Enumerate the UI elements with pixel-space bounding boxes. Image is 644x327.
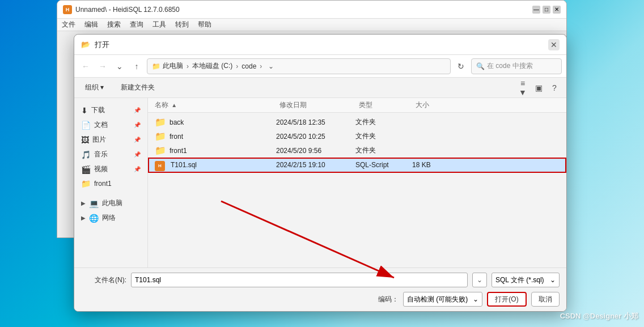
watermark: CSDN @Designer 小郑 [560,311,638,321]
dialog-content: ⬇ 下载 📌 📄 文档 📌 🖼 图片 📌 🎵 音乐 📌 🎬 视频 [74,98,566,267]
cancel-button[interactable]: 取消 [531,292,560,307]
dialog-titlebar: 📂 打开 ✕ [74,35,566,55]
sidebar-videos-label: 视频 [94,164,108,174]
refresh-button[interactable]: ↻ [454,60,468,73]
col-size-header[interactable]: 大小 [416,100,461,110]
file-date-t101sql: 2024/2/15 19:10 [276,161,355,169]
dialog-toolbar: 组织 ▾ 新建文件夹 ≡ ▼ ▣ ? [74,78,566,98]
file-row-front1[interactable]: 📁 front1 2024/5/20 9:56 文件夹 [148,143,566,158]
documents-icon: 📄 [81,121,91,130]
file-type-front: 文件夹 [355,131,412,141]
file-row-front[interactable]: 📁 front 2024/5/20 10:25 文件夹 [148,129,566,143]
sidebar-item-network[interactable]: ▶ 🌐 网络 [77,211,145,225]
maximize-btn[interactable]: □ [543,6,550,14]
file-type-back: 文件夹 [355,117,412,127]
menu-tools[interactable]: 工具 [152,20,166,29]
bg-window-controls: — □ ✕ [532,6,561,14]
sidebar-item-documents[interactable]: 📄 文档 📌 [77,118,145,132]
col-date-header[interactable]: 修改日期 [279,100,359,110]
sidebar-network-label: 网络 [102,213,116,223]
filename-dropdown[interactable]: ⌄ [472,273,487,287]
file-size-t101sql: 18 KB [412,161,457,169]
search-icon: 🔍 [476,62,485,70]
file-list-header: 名称 ▲ 修改日期 类型 大小 [148,98,566,113]
sql-file-icon: H [155,159,165,171]
menu-help[interactable]: 帮助 [198,20,211,29]
menu-goto[interactable]: 转到 [175,20,189,29]
list-view-button[interactable]: ≡ ▼ [515,80,530,95]
sidebar-pictures-label: 图片 [92,135,106,145]
up-button[interactable]: ↑ [130,60,143,73]
videos-icon: 🎬 [81,165,91,174]
pictures-icon: 🖼 [81,135,89,145]
front1-folder-icon: 📁 [81,179,91,188]
menu-search[interactable]: 搜索 [107,20,121,29]
search-box[interactable]: 🔍 在 code 中搜索 [471,58,562,74]
file-date-back: 2024/5/18 12:35 [276,118,355,126]
pictures-pin-icon: 📌 [134,137,141,143]
sidebar-downloads-label: 下载 [91,105,105,115]
mypc-expand-icon: ▶ [81,200,86,206]
file-date-front: 2024/5/20 10:25 [276,133,355,141]
bg-window-title: H Unnamed\ - HeidiSQL 12.7.0.6850 [63,5,180,14]
file-name-t101sql: T101.sql [171,161,197,169]
back-button[interactable]: ← [79,60,92,73]
open-file-dialog: 📂 打开 ✕ ← → ⌄ ↑ 📁 此电脑 › 本地磁盘 (C:) › code … [74,34,567,312]
file-list: 📁 back 2024/5/18 12:35 文件夹 📁 front 2024/… [148,113,566,267]
help-button[interactable]: ? [547,80,562,95]
encoding-select[interactable]: 自动检测 (可能失败) ⌄ [403,292,482,307]
sidebar-music-label: 音乐 [94,150,108,159]
address-dropdown[interactable]: ⌄ [265,62,277,70]
address-bar-area: ← → ⌄ ↑ 📁 此电脑 › 本地磁盘 (C:) › code › ⌄ ↻ 🔍… [74,55,566,78]
network-icon: 🌐 [89,214,99,223]
new-folder-button[interactable]: 新建文件夹 [115,80,161,95]
search-placeholder: 在 code 中搜索 [487,61,533,71]
menu-edit[interactable]: 编辑 [84,20,98,29]
file-row-back[interactable]: 📁 back 2024/5/18 12:35 文件夹 [148,115,566,129]
sidebar-item-downloads[interactable]: ⬇ 下载 📌 [77,103,145,117]
filetype-select[interactable]: SQL 文件 (*.sql) ⌄ [492,273,560,287]
menu-file[interactable]: 文件 [62,20,75,29]
downloads-icon: ⬇ [81,106,88,115]
folder-icon: 📁 [152,62,160,70]
dropdown-button[interactable]: ⌄ [113,60,126,73]
details-view-button[interactable]: ▣ [531,80,546,95]
address-part-computer: 此电脑 [163,61,183,71]
filename-input[interactable] [131,273,468,287]
file-area: 名称 ▲ 修改日期 类型 大小 📁 back 2024/5/18 12:35 文… [148,98,566,267]
menu-query[interactable]: 查询 [130,20,143,29]
filetype-dropdown-icon: ⌄ [550,276,556,284]
dialog-title: 📂 打开 [81,40,109,50]
sidebar-item-mypc[interactable]: ▶ 💻 此电脑 [77,196,145,210]
file-name-back: back [170,118,184,126]
close-btn[interactable]: ✕ [553,6,561,14]
sidebar-item-pictures[interactable]: 🖼 图片 📌 [77,133,145,147]
sidebar-item-music[interactable]: 🎵 音乐 📌 [77,147,145,162]
col-name-header[interactable]: 名称 ▲ [155,100,279,110]
file-row-t101sql[interactable]: H T101.sql 2024/2/15 19:10 SQL-Script 18… [148,158,566,173]
filename-label: 文件名(N): [81,275,126,285]
sidebar-front1-label: front1 [94,180,112,188]
bg-window-title-text: Unnamed\ - HeidiSQL 12.7.0.6850 [75,6,180,14]
address-bar[interactable]: 📁 此电脑 › 本地磁盘 (C:) › code › ⌄ [147,58,451,74]
encoding-value: 自动检测 (可能失败) [407,295,468,304]
dialog-bottom: 文件名(N): ⌄ SQL 文件 (*.sql) ⌄ 编码： 自动检测 (可能失… [74,267,566,311]
filename-row: 文件名(N): ⌄ SQL 文件 (*.sql) ⌄ [81,273,560,287]
encoding-row: 编码： 自动检测 (可能失败) ⌄ 打开(O) 取消 [81,292,560,307]
encoding-dropdown-icon: ⌄ [473,295,478,303]
action-buttons: 打开(O) 取消 [487,292,560,307]
minimize-btn[interactable]: — [532,6,540,14]
heidi-logo: H [63,5,72,14]
encoding-label: 编码： [378,295,399,304]
videos-pin-icon: 📌 [134,166,141,172]
forward-button[interactable]: → [96,60,109,73]
downloads-pin-icon: 📌 [134,107,141,113]
sidebar-item-videos[interactable]: 🎬 视频 📌 [77,162,145,176]
organize-button[interactable]: 组织 ▾ [79,80,110,95]
col-type-header[interactable]: 类型 [359,100,416,110]
file-name-front1: front1 [170,147,187,155]
open-button[interactable]: 打开(O) [487,292,527,307]
sidebar-item-front1[interactable]: 📁 front1 [77,177,145,190]
dialog-close-button[interactable]: ✕ [548,39,560,50]
music-pin-icon: 📌 [134,151,141,158]
